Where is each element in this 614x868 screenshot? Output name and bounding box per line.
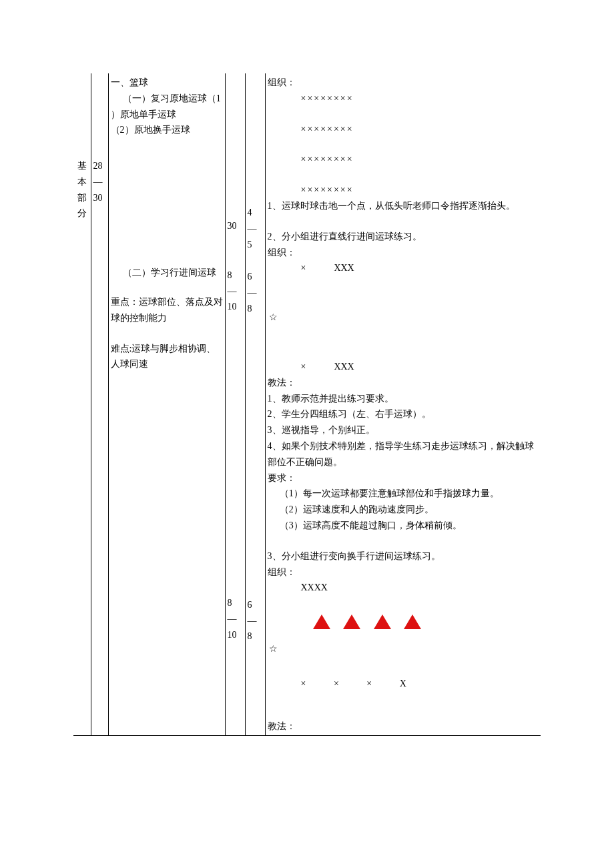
difficulty: 难点:运球与脚步相协调、人球同速 bbox=[111, 341, 223, 373]
duration-a: 30 bbox=[228, 218, 243, 234]
section-label-cell: 基 本 部 分 bbox=[73, 73, 91, 736]
formation-1: × XXX bbox=[268, 260, 539, 276]
triangle-icon bbox=[404, 614, 421, 629]
heading: 一、篮球 bbox=[111, 75, 223, 91]
triangle-icon bbox=[343, 614, 360, 629]
sub1-item1: ）原地单手运球 bbox=[111, 107, 223, 123]
reps-cell: 4 — 5 6 — 8 6 — 8 bbox=[245, 73, 265, 736]
spaced-x-row: × × × X bbox=[268, 676, 539, 692]
x-row-3: ×××××××× bbox=[268, 151, 539, 167]
sub2-title: （二）学习行进间运球 bbox=[111, 265, 223, 281]
x-row-1: ×××××××× bbox=[268, 91, 539, 107]
note-1: 1、运球时球击地一个点，从低头听老师口令指挥逐渐抬头。 bbox=[268, 198, 539, 214]
x-row-4: ×××××××× bbox=[268, 182, 539, 198]
reps-b: 6 — 8 bbox=[248, 269, 263, 316]
x-row-2: ×××××××× bbox=[268, 121, 539, 137]
duration-b: 8 — 10 bbox=[228, 268, 243, 315]
note-3: 3、分小组进行变向换手行进间运球练习。 bbox=[268, 548, 539, 564]
req-label: 要求： bbox=[268, 470, 539, 486]
x-mark: × bbox=[334, 676, 339, 692]
req-2: （2）运球速度和人的跑动速度同步。 bbox=[268, 502, 539, 518]
star-2: ☆ bbox=[268, 641, 539, 657]
reps-a: 4 — 5 bbox=[248, 205, 263, 252]
x-mark: × bbox=[301, 676, 306, 692]
section-label: 基 本 部 分 bbox=[75, 158, 89, 222]
triangle-icon bbox=[374, 614, 391, 629]
key-point: 重点：运球部位、落点及对球的控制能力 bbox=[111, 294, 223, 326]
method-4: 4、如果个别技术特别差，指导学生练习走步运球练习，解决触球部位不正确问题。 bbox=[268, 438, 539, 470]
note-2: 2、分小组进行直线行进间运球练习。 bbox=[268, 229, 539, 245]
req-1: （1）每一次运球都要注意触球部位和手指拨球力量。 bbox=[268, 486, 539, 502]
method-label-2: 教法： bbox=[268, 719, 539, 735]
method-label: 教法： bbox=[268, 375, 539, 391]
triangle-row bbox=[268, 614, 539, 634]
xxxx: XXXX bbox=[268, 580, 539, 596]
lesson-plan-table: 基 本 部 分 28 — 30 一、篮球 （一）复习原地运球（1 ）原地单手运球… bbox=[73, 73, 541, 736]
organization-cell: 组织： ×××××××× ×××××××× ×××××××× ×××××××× … bbox=[265, 73, 541, 736]
method-2: 2、学生分四组练习（左、右手运球）。 bbox=[268, 406, 539, 422]
org-label-3: 组织： bbox=[268, 564, 539, 580]
time-range-cell: 28 — 30 bbox=[91, 73, 108, 736]
duration-c: 8 — 10 bbox=[228, 595, 243, 642]
method-1: 1、教师示范并提出练习要求。 bbox=[268, 391, 539, 407]
org-label: 组织： bbox=[268, 75, 539, 91]
formation-2: × XXX bbox=[268, 359, 539, 375]
method-3: 3、巡视指导，个别纠正。 bbox=[268, 422, 539, 438]
sub1-title: （一）复习原地运球（1 bbox=[111, 91, 223, 107]
triangle-icon bbox=[313, 614, 330, 629]
reps-c: 6 — 8 bbox=[248, 597, 263, 644]
star-1: ☆ bbox=[268, 310, 539, 326]
duration-cell: 30 8 — 10 8 — 10 bbox=[225, 73, 245, 736]
content-cell: 一、篮球 （一）复习原地运球（1 ）原地单手运球 （2）原地换手运球 （二）学习… bbox=[108, 73, 225, 736]
x-mark: X bbox=[400, 676, 406, 692]
req-3: （3）运球高度不能超过胸口，身体稍前倾。 bbox=[268, 518, 539, 534]
time-range: 28 — 30 bbox=[93, 158, 106, 205]
org-label-2: 组织： bbox=[268, 245, 539, 261]
x-mark: × bbox=[366, 676, 372, 692]
sub1-item2: （2）原地换手运球 bbox=[111, 122, 223, 138]
